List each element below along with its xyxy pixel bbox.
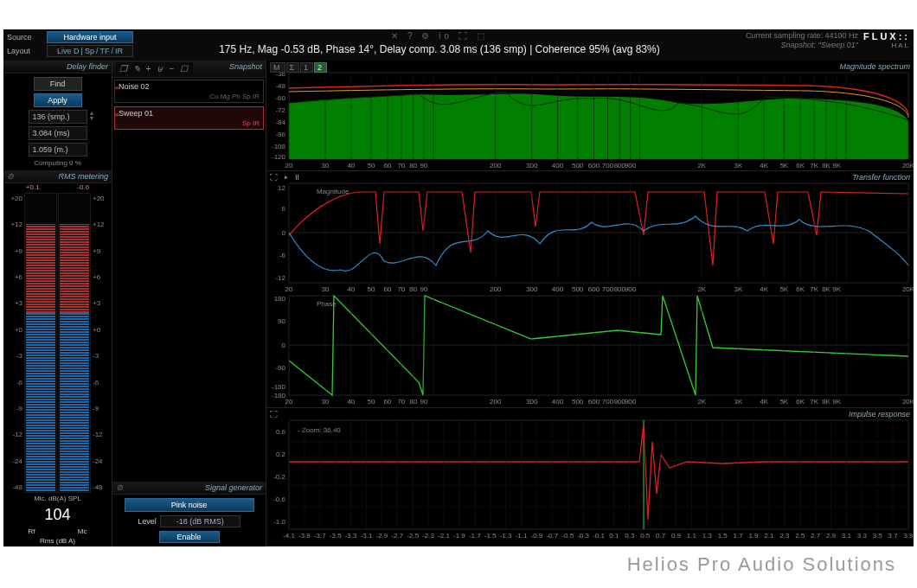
mag-spectrum-tools[interactable]: MΣ12 [270, 62, 328, 73]
svg-text:700: 700 [602, 398, 614, 406]
svg-text:20: 20 [285, 398, 293, 406]
impulse-svg: - Zoom: 36,40 0.60.2-0.2-0.6-1.0 -4.1-3.… [266, 408, 914, 543]
svg-text:7K: 7K [810, 162, 818, 169]
svg-text:4K: 4K [760, 398, 768, 406]
svg-text:0.6: 0.6 [276, 428, 286, 436]
link-icon: ⚭ [113, 111, 120, 119]
topbar: Source Hardware input Layout Live D|Sp/T… [3, 29, 914, 61]
svg-text:40: 40 [347, 398, 355, 406]
svg-text:0.1: 0.1 [609, 532, 619, 540]
svg-text:50: 50 [368, 162, 375, 169]
svg-text:3.5: 3.5 [873, 532, 883, 540]
snapshot-tools[interactable]: ❐ ✎ + ⊎ − ☐ [116, 62, 193, 75]
svg-text:0.3: 0.3 [625, 532, 635, 540]
svg-text:-12: -12 [275, 274, 285, 282]
svg-text:50: 50 [368, 398, 375, 406]
sampling-rate: Current sampling rate: 44100 Hz [746, 31, 858, 40]
svg-text:2.3: 2.3 [779, 532, 790, 540]
watermark: Helios Pro Audio Solutions [627, 553, 896, 576]
topbar-icons[interactable]: ✕ ? ⚙ io ⛶ ⬚ [391, 31, 487, 41]
svg-text:700: 700 [602, 162, 614, 169]
svg-text:12: 12 [278, 184, 285, 192]
delay-smp[interactable]: 136 (smp.)▲▼ [29, 110, 87, 124]
svg-text:-0.3: -0.3 [577, 532, 589, 540]
delay-m[interactable]: 1.059 (m.) [29, 143, 87, 157]
svg-text:0: 0 [282, 229, 286, 237]
svg-text:600: 600 [588, 285, 600, 293]
svg-text:-60: -60 [275, 94, 285, 102]
svg-text:-1.1: -1.1 [516, 532, 528, 540]
enable-button[interactable]: Enable [159, 531, 220, 543]
svg-text:60: 60 [383, 285, 391, 293]
spl-label: Mic. dB(A) SPL [3, 495, 112, 502]
svg-text:600: 600 [588, 398, 600, 406]
svg-text:1.5: 1.5 [718, 532, 728, 540]
delay-ms[interactable]: 3.084 (ms) [29, 126, 87, 140]
layout-segments[interactable]: Live D|Sp/TF/IR [47, 45, 133, 57]
svg-text:-180: -180 [272, 392, 286, 399]
svg-text:-72: -72 [275, 106, 285, 114]
svg-text:900: 900 [625, 398, 637, 406]
svg-text:6: 6 [282, 205, 286, 213]
apply-button[interactable]: Apply [34, 93, 82, 107]
svg-text:-108: -108 [272, 143, 286, 150]
svg-text:40: 40 [347, 162, 355, 169]
svg-text:3.9: 3.9 [903, 532, 914, 540]
svg-text:30: 30 [322, 285, 330, 293]
snapshot-item[interactable]: ⚭ Noise 02 Co Mg Ph Sp IR [114, 80, 264, 103]
svg-text:30: 30 [322, 162, 330, 169]
svg-text:2K: 2K [697, 162, 706, 169]
peak-right: -0.6 [77, 183, 89, 191]
svg-text:2K: 2K [697, 285, 706, 293]
link-icon: ⚭ [113, 84, 120, 93]
svg-text:500: 500 [572, 285, 584, 293]
svg-text:20K: 20K [902, 162, 914, 169]
magnitude-label: Magnitude [317, 188, 349, 195]
peak-left: +0.1 [26, 183, 40, 191]
svg-text:90: 90 [420, 162, 427, 169]
svg-text:4K: 4K [760, 162, 768, 169]
svg-text:90: 90 [420, 398, 427, 406]
magnitude-spectrum-graph[interactable]: MΣ12 Magnitude spectrum [266, 61, 914, 171]
svg-text:20K: 20K [902, 398, 914, 406]
svg-text:70: 70 [397, 398, 405, 406]
svg-text:6K: 6K [796, 398, 805, 406]
svg-text:1.3: 1.3 [702, 532, 713, 540]
svg-text:2K: 2K [697, 398, 706, 406]
svg-text:300: 300 [526, 398, 538, 406]
noise-type-select[interactable]: Pink noise [125, 498, 254, 512]
svg-text:1.7: 1.7 [734, 532, 744, 540]
svg-text:400: 400 [552, 162, 564, 169]
svg-text:180: 180 [274, 295, 286, 303]
impulse-response-graph[interactable]: ⛶ Impulse response - Zoom: 36,40 [266, 408, 914, 546]
svg-text:-1.7: -1.7 [469, 532, 481, 540]
svg-text:500: 500 [572, 162, 584, 169]
find-button[interactable]: Find [34, 77, 82, 91]
svg-text:2.1: 2.1 [764, 532, 774, 540]
svg-text:60: 60 [383, 398, 391, 406]
svg-text:-0.1: -0.1 [593, 532, 605, 540]
level-value[interactable]: -18 (dB RMS) [160, 515, 240, 527]
snapshot-item[interactable]: ⚭ Sweep 01 Sp IR [114, 106, 264, 130]
svg-text:9K: 9K [832, 162, 841, 169]
delay-finder-header: Delay finder [3, 61, 112, 74]
meter-bar-rf [24, 193, 57, 493]
svg-text:6K: 6K [796, 285, 805, 293]
svg-text:80: 80 [409, 398, 417, 406]
svg-text:-90: -90 [275, 364, 285, 372]
transfer-function-graph[interactable]: ⛶ ▶ ⏸ Transfer function Magnitude 1260-6… [266, 171, 914, 408]
svg-text:-2.9: -2.9 [376, 532, 388, 540]
snapshot-indicator: Snapshot: "Sweep 01" [781, 41, 858, 49]
readout-text: 175 Hz, Mag -0.53 dB, Phase 14°, Delay c… [219, 43, 660, 55]
svg-text:70: 70 [397, 285, 405, 293]
transfer-tools[interactable]: ⛶ ▶ ⏸ [270, 173, 303, 182]
svg-text:50: 50 [368, 285, 375, 293]
source-select[interactable]: Hardware input [47, 31, 133, 43]
svg-text:90: 90 [420, 285, 427, 293]
rms-bottom-label: Rms (dB A) [3, 535, 112, 546]
svg-text:4K: 4K [760, 285, 768, 293]
svg-text:70: 70 [397, 162, 405, 169]
svg-text:3.7: 3.7 [888, 532, 899, 540]
impulse-tools[interactable]: ⛶ [270, 410, 279, 419]
svg-text:-3.7: -3.7 [314, 532, 326, 540]
